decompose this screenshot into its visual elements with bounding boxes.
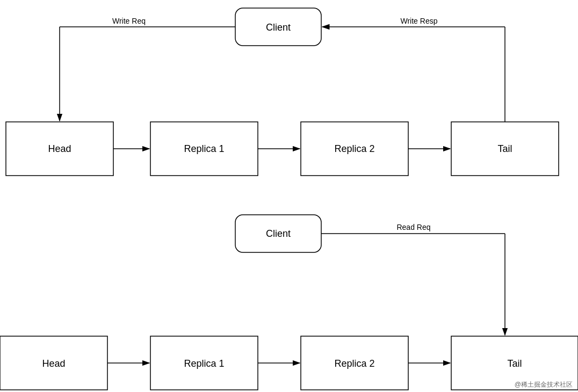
replica1-label-top: Replica 1 (184, 143, 224, 154)
tail-label-top: Tail (497, 143, 512, 154)
client-label-bottom: Client (266, 228, 291, 239)
watermark: @稀土掘金技术社区 (515, 381, 573, 388)
replica1-label-bottom: Replica 1 (184, 358, 224, 369)
read-req-label: Read Req (396, 223, 430, 231)
client-label-top: Client (266, 22, 291, 33)
tail-label-bottom: Tail (507, 358, 522, 369)
head-label-top: Head (48, 143, 71, 154)
write-req-label: Write Req (112, 17, 146, 25)
write-resp-label: Write Resp (401, 17, 438, 25)
head-label-bottom: Head (42, 358, 65, 369)
replica2-label-bottom: Replica 2 (334, 358, 374, 369)
replica2-label-top: Replica 2 (334, 143, 374, 154)
